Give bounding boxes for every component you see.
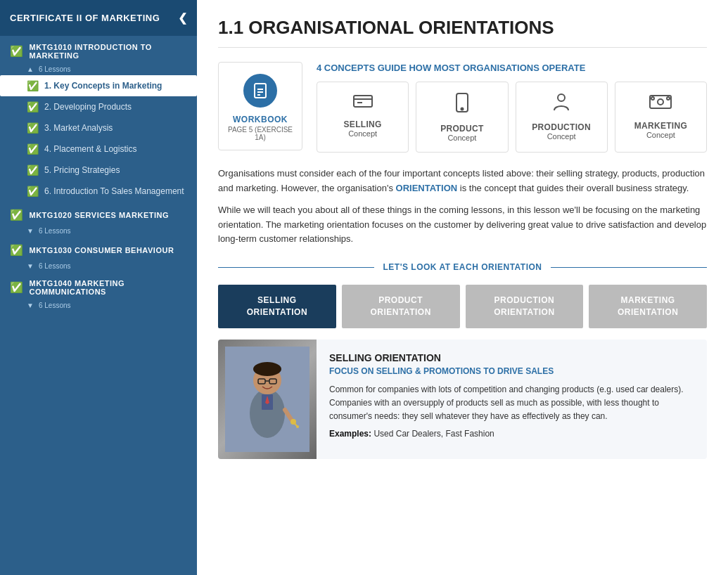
check-icon-item5: ✅ — [27, 164, 39, 176]
chevron-down-icon-2: ▼ — [27, 227, 34, 235]
orientation-link: ORIENTATION — [396, 183, 458, 193]
selling-orientation-panel: SELLING ORIENTATION FOCUS ON SELLING & P… — [218, 340, 707, 459]
sidebar-item-label-2: 2. Developing Products — [44, 102, 132, 112]
examples-value: Used Car Dealers, Fast Fashion — [373, 429, 494, 439]
check-icon-mktg1020: ✅ — [10, 209, 24, 221]
sidebar-collapse-button[interactable]: ❮ — [178, 11, 188, 25]
sidebar-item-placement-logistics[interactable]: ✅ 4. Placement & Logistics — [0, 138, 197, 160]
concept-card-production[interactable]: PRODUCTION Concept — [516, 82, 608, 153]
concepts-header: 4 CONCEPTS GUIDE HOW MOST ORGANISATIONS … — [317, 62, 707, 75]
check-icon-mktg1030: ✅ — [10, 244, 24, 257]
chevron-down-icon-4: ▼ — [27, 302, 34, 309]
tab-production-orientation[interactable]: PRODUCTION ORIENTATION — [466, 285, 584, 328]
sidebar-section-label-mktg1040: MKTG1040 MARKETING COMMUNICATIONS — [30, 279, 188, 296]
sidebar-lessons-toggle-mktg1010[interactable]: ▲ 6 Lessons — [0, 63, 197, 75]
svg-point-26 — [296, 425, 299, 428]
check-icon-item2: ✅ — [27, 101, 39, 112]
sidebar-header: CERTIFICATE II OF MARKETING ❮ — [0, 0, 197, 36]
svg-point-12 — [651, 97, 654, 100]
sidebar-lessons-toggle-mktg1020[interactable]: ▼ 6 Lessons — [0, 224, 197, 237]
concept-card-selling[interactable]: SELLING Concept — [317, 82, 409, 153]
selling-concept-sub: Concept — [348, 129, 377, 138]
workbook-icon — [243, 74, 277, 108]
chevron-down-icon: ▲ — [27, 65, 34, 73]
check-icon-item1: ✅ — [27, 80, 39, 91]
sidebar-lessons-toggle-mktg1030[interactable]: ▼ 6 Lessons — [0, 259, 197, 272]
production-icon — [551, 92, 572, 117]
sidebar-item-key-concepts[interactable]: ✅ 1. Key Concepts in Marketing — [0, 75, 197, 96]
main-content: 1.1 ORGANISATIONAL ORIENTATIONS WORKBOOK… — [197, 0, 728, 575]
svg-point-8 — [461, 108, 463, 110]
sidebar-item-developing-products[interactable]: ✅ 2. Developing Products — [0, 96, 197, 117]
sidebar-section-mktg1020[interactable]: ✅ MKTG1020 SERVICES MARKETING — [0, 202, 197, 224]
svg-point-11 — [658, 99, 663, 105]
sidebar: CERTIFICATE II OF MARKETING ❮ ✅ MKTG1010… — [0, 0, 197, 575]
sidebar-item-market-analysis[interactable]: ✅ 3. Market Analysis — [0, 117, 197, 138]
workbook-card[interactable]: WORKBOOK PAGE 5 (EXERCISE 1A) — [218, 62, 302, 150]
tab-selling-line2: ORIENTATION — [247, 307, 307, 317]
check-icon-item4: ✅ — [27, 143, 39, 155]
panel-examples: Examples: Used Car Dealers, Fast Fashion — [329, 429, 694, 439]
examples-label: Examples: — [329, 429, 371, 439]
check-icon-item6: ✅ — [27, 186, 39, 197]
selling-icon — [352, 92, 373, 114]
sidebar-item-label-5: 5. Pricing Strategies — [44, 165, 120, 175]
product-icon — [454, 92, 470, 118]
sidebar-item-label-1: 1. Key Concepts in Marketing — [44, 81, 162, 91]
marketing-concept-title: MARKETING — [634, 121, 687, 131]
tab-selling-line1: SELLING — [257, 295, 297, 305]
production-concept-sub: Concept — [547, 132, 576, 141]
tab-marketing-line1: MARKETING — [621, 295, 675, 305]
body-paragraph-1: Organisations must consider each of the … — [218, 167, 707, 196]
body-paragraph-2: While we will teach you about all of the… — [218, 203, 707, 247]
orientation-tabs: SELLING ORIENTATION PRODUCT ORIENTATION … — [218, 285, 707, 328]
sidebar-item-pricing-strategies[interactable]: ✅ 5. Pricing Strategies — [0, 160, 197, 181]
section-divider: LET'S LOOK AT EACH ORIENTATION — [218, 262, 707, 272]
sidebar-section-label-mktg1010: MKTG1010 INTRODUCTION TO MARKETING — [30, 43, 188, 60]
check-icon-mktg1040: ✅ — [10, 281, 24, 294]
tab-marketing-orientation[interactable]: MARKETING ORIENTATION — [589, 285, 707, 328]
tab-production-line2: ORIENTATION — [494, 307, 554, 317]
panel-subtitle: FOCUS ON SELLING & PROMOTIONS TO DRIVE S… — [329, 366, 694, 376]
product-concept-sub: Concept — [447, 134, 476, 142]
tab-product-line1: PRODUCT — [378, 295, 423, 305]
selling-concept-title: SELLING — [344, 119, 382, 129]
sidebar-title: CERTIFICATE II OF MARKETING — [10, 13, 160, 23]
panel-image — [218, 340, 317, 459]
salesman-image — [218, 340, 317, 459]
check-icon-mktg1010: ✅ — [10, 45, 24, 58]
check-icon-item3: ✅ — [27, 122, 39, 134]
concepts-section: 4 CONCEPTS GUIDE HOW MOST ORGANISATIONS … — [317, 62, 707, 153]
sidebar-item-label-6: 6. Introduction To Sales Management — [44, 186, 184, 196]
svg-point-9 — [558, 94, 565, 101]
workbook-label: WORKBOOK — [233, 115, 288, 124]
panel-body: Common for companies with lots of compet… — [329, 383, 694, 424]
production-concept-title: PRODUCTION — [532, 122, 591, 132]
sidebar-item-sales-management[interactable]: ✅ 6. Introduction To Sales Management — [0, 181, 197, 202]
sidebar-item-label-4: 4. Placement & Logistics — [44, 144, 136, 154]
tab-marketing-line2: ORIENTATION — [618, 307, 678, 317]
sidebar-section-label-mktg1030: MKTG1030 CONSUMER BEHAVIOUR — [30, 246, 174, 254]
concept-card-product[interactable]: PRODUCT Concept — [416, 82, 508, 153]
tab-product-orientation[interactable]: PRODUCT ORIENTATION — [342, 285, 460, 328]
sidebar-section-mktg1040[interactable]: ✅ MKTG1040 MARKETING COMMUNICATIONS — [0, 272, 197, 299]
chevron-down-icon-3: ▼ — [27, 262, 34, 270]
panel-title: SELLING ORIENTATION — [329, 352, 694, 363]
workbook-sub-label: PAGE 5 (EXERCISE 1A) — [226, 126, 295, 141]
concept-card-marketing[interactable]: MARKETING Concept — [615, 82, 707, 153]
sidebar-section-mktg1030[interactable]: ✅ MKTG1030 CONSUMER BEHAVIOUR — [0, 237, 197, 259]
sidebar-section-mktg1010[interactable]: ✅ MKTG1010 INTRODUCTION TO MARKETING — [0, 36, 197, 63]
page-title: 1.1 ORGANISATIONAL ORIENTATIONS — [218, 17, 707, 48]
panel-content: SELLING ORIENTATION FOCUS ON SELLING & P… — [317, 340, 707, 459]
svg-rect-4 — [354, 96, 372, 107]
sidebar-lessons-toggle-mktg1040[interactable]: ▼ 6 Lessons — [0, 299, 197, 311]
sidebar-item-label-3: 3. Market Analysis — [44, 123, 113, 133]
tab-selling-orientation[interactable]: SELLING ORIENTATION — [218, 285, 336, 328]
product-concept-title: PRODUCT — [440, 124, 483, 134]
concepts-cards: SELLING Concept PRODUCT Concept — [317, 82, 707, 153]
marketing-concept-sub: Concept — [646, 131, 675, 139]
svg-point-13 — [667, 97, 670, 100]
divider-label: LET'S LOOK AT EACH ORIENTATION — [383, 262, 542, 272]
tab-product-line2: ORIENTATION — [370, 307, 430, 317]
sidebar-section-label-mktg1020: MKTG1020 SERVICES MARKETING — [30, 211, 170, 219]
